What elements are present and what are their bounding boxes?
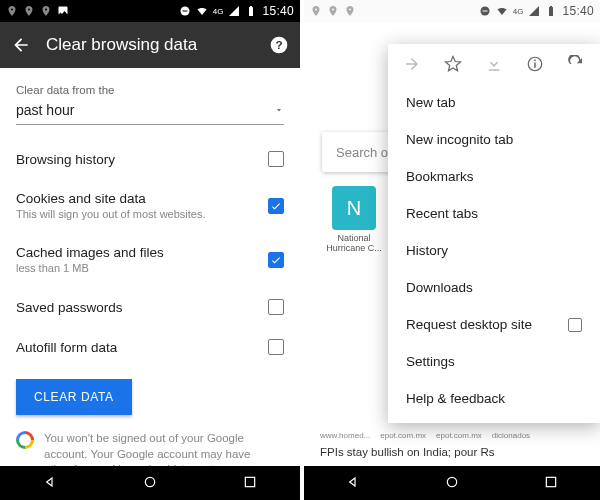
nav-recents-icon[interactable] [242,474,258,493]
svg-rect-12 [546,477,555,486]
location-icon-2 [327,5,339,17]
checkbox[interactable] [268,198,284,214]
android-navbar [304,466,600,500]
google-footer-note: You won't be signed out of your Google a… [16,431,284,466]
menu-item-label: Bookmarks [406,169,474,184]
location-icon [310,5,322,17]
refresh-icon[interactable] [566,54,586,74]
forward-icon[interactable] [402,54,422,74]
menu-item[interactable]: New incognito tab [388,121,600,158]
location-icon-3 [40,5,52,17]
battery-icon [245,5,257,17]
chevron-down-icon [274,103,284,118]
checkbox[interactable] [268,252,284,268]
phone-left: 4G 15:40 Clear browsing data ? Clear dat… [0,0,300,500]
phone-right: 4G 15:40 Search or N National Hurricane … [300,0,600,500]
checklist-item[interactable]: Browsing history [16,139,284,179]
android-navbar [0,466,300,500]
search-placeholder: Search or [336,145,392,160]
status-bar: 4G 15:40 [0,0,300,22]
timeframe-label: Clear data from the [16,84,284,96]
nav-back-icon[interactable] [42,474,58,493]
svg-rect-9 [534,63,536,68]
tile-caption: National Hurricane C... [322,234,386,254]
nav-home-icon[interactable] [142,474,158,493]
overflow-menu: New tabNew incognito tabBookmarksRecent … [388,44,600,423]
checkbox[interactable] [568,318,582,332]
location-icon-2 [23,5,35,17]
menu-icon-row [388,44,600,84]
menu-item[interactable]: New tab [388,84,600,121]
svg-rect-1 [182,11,187,12]
signal-icon [528,5,540,17]
menu-item[interactable]: Recent tabs [388,195,600,232]
item-title: Autofill form data [16,340,258,355]
menu-item[interactable]: History [388,232,600,269]
google-logo-icon [16,431,34,449]
nav-back-icon[interactable] [345,474,361,493]
menu-item[interactable]: Help & feedback [388,380,600,417]
checklist-item[interactable]: Cookies and site dataThis will sign you … [16,179,284,233]
svg-point-4 [145,477,154,486]
menu-item-label: New incognito tab [406,132,513,147]
svg-point-11 [447,477,456,486]
item-title: Browsing history [16,152,258,167]
checkbox[interactable] [268,339,284,355]
dnd-icon [179,5,191,17]
menu-item-label: Request desktop site [406,317,532,332]
item-title: Cookies and site data [16,191,258,206]
chrome-ntp: Search or N National Hurricane C... DOGn… [304,22,600,466]
clock: 15:40 [262,4,294,18]
image-icon [57,5,69,17]
battery-icon [545,5,557,17]
nav-recents-icon[interactable] [543,474,559,493]
news-src: epot.com.mx [436,431,482,440]
menu-item[interactable]: Bookmarks [388,158,600,195]
svg-text:?: ? [275,38,282,51]
dnd-icon [479,5,491,17]
news-headline[interactable]: FPIs stay bullish on India; pour Rs [304,442,600,466]
checkbox[interactable] [268,151,284,167]
back-icon[interactable] [10,34,32,56]
checkbox[interactable] [268,299,284,315]
menu-item-label: Settings [406,354,455,369]
appbar: Clear browsing data ? [0,22,300,68]
timeframe-value: past hour [16,102,74,118]
item-subtitle: less than 1 MB [16,262,258,275]
timeframe-dropdown[interactable]: past hour [16,96,284,125]
info-icon[interactable] [525,54,545,74]
svg-rect-7 [482,11,487,12]
checklist-item[interactable]: Saved passwords [16,287,284,327]
download-icon[interactable] [484,54,504,74]
help-icon[interactable]: ? [268,34,290,56]
signal-icon [228,5,240,17]
nav-home-icon[interactable] [444,474,460,493]
news-src: www.homed... [320,431,370,440]
item-title: Saved passwords [16,300,258,315]
appbar-title: Clear browsing data [46,35,197,55]
tile-1[interactable]: N National Hurricane C... [322,186,386,254]
status-bar: 4G 15:40 [304,0,600,22]
menu-item-label: Downloads [406,280,473,295]
menu-item-label: Help & feedback [406,391,505,406]
checklist-item[interactable]: Cached images and filesless than 1 MB [16,233,284,287]
wifi-icon [496,5,508,17]
clear-data-button[interactable]: CLEAR DATA [16,379,132,415]
item-subtitle: This will sign you out of most websites. [16,208,258,221]
tile-letter: N [332,186,376,230]
star-icon[interactable] [443,54,463,74]
checklist-item[interactable]: Autofill form data [16,327,284,367]
news-src: dicionados [492,431,530,440]
news-sources: www.homed... epot.com.mx epot.com.mx dic… [304,425,600,442]
menu-item-label: History [406,243,448,258]
menu-item[interactable]: Request desktop site [388,306,600,343]
menu-item[interactable]: Settings [388,343,600,380]
location-icon-3 [344,5,356,17]
menu-item-label: Recent tabs [406,206,478,221]
item-title: Cached images and files [16,245,258,260]
menu-item[interactable]: Downloads [388,269,600,306]
clock: 15:40 [562,4,594,18]
network-label: 4G [213,7,224,16]
network-label: 4G [513,7,524,16]
wifi-icon [196,5,208,17]
